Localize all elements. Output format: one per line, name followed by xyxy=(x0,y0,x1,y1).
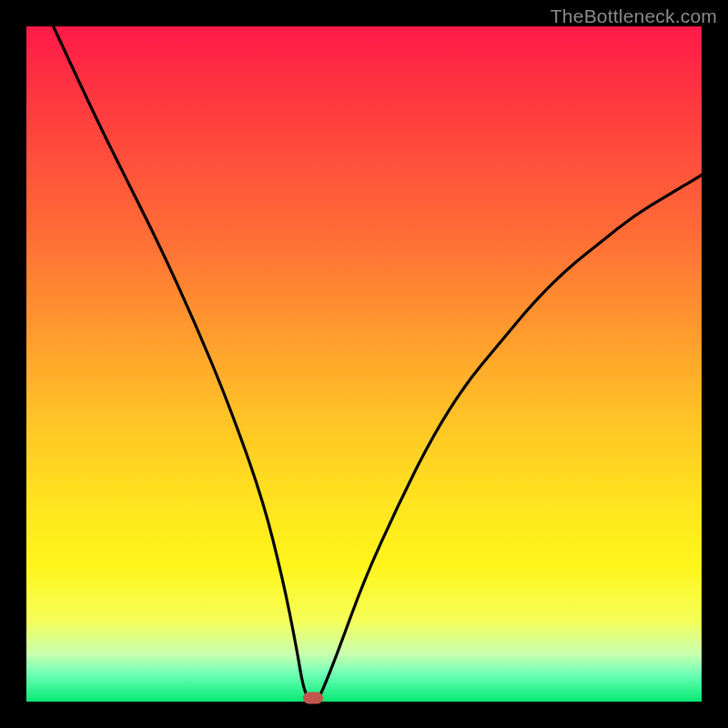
curve-path xyxy=(54,26,702,702)
bottleneck-curve xyxy=(26,26,702,702)
watermark-text: TheBottleneck.com xyxy=(551,5,717,27)
chart-frame: TheBottleneck.com xyxy=(0,0,728,728)
plot-area xyxy=(26,26,702,702)
optimum-marker xyxy=(303,693,323,704)
